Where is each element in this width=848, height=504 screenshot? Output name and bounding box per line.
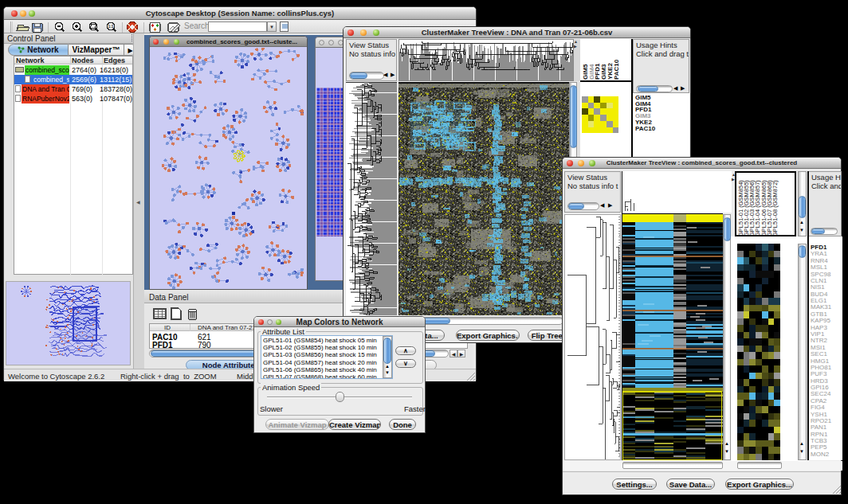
svg-text:GPL51-08 (GSM872): GPL51-08 (GSM872) [771,180,779,236]
svg-text:1:1: 1:1 [108,24,113,29]
svg-text:PAC10: PAC10 [613,59,620,80]
